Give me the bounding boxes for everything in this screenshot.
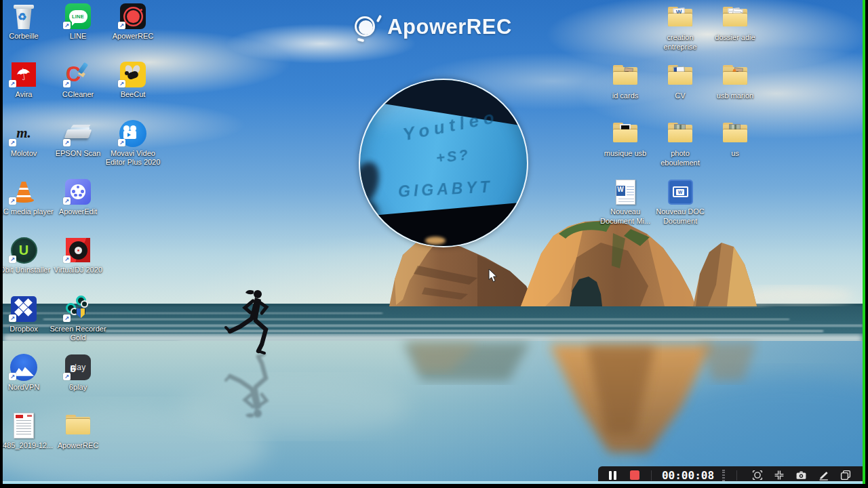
webcam-hand [425,237,446,245]
shortcut-arrow-icon: ↗ [118,139,125,146]
icon-label: Dropbox [3,325,54,334]
word-doc-icon: W [610,178,641,206]
desktop-icon-usb-marion[interactable]: usb marion [709,62,761,101]
icon-label: musique usb [595,149,655,159]
shortcut-arrow-icon: ↗ [63,256,71,263]
annotate-pen-icon[interactable] [818,470,829,481]
icon-label: VLC media player [3,207,54,217]
shortcut-arrow-icon: ↗ [9,139,16,146]
record-region-icon[interactable] [752,470,763,481]
icon-label: VirtualDJ 2020 [48,266,108,275]
webcam-overlay[interactable]: Youtleo +S? GIGABYT [359,79,528,247]
desktop-icon-virtualdj-2020[interactable]: ↗VirtualDJ 2020 [52,236,104,275]
screenshot-camera-icon[interactable] [795,470,807,481]
handwriting-line-3: GIGABYT [397,178,493,201]
desktop-icon-photo-eboulement[interactable]: photo eboulement [654,119,706,168]
icon-label: Avira [3,90,54,100]
pause-button[interactable] [609,471,616,480]
icon-label: us [705,149,765,159]
screen: ApowerREC Youtleo +S? GIGABYT ♻Corbeille… [0,0,868,488]
folder-photos-icon [610,62,641,90]
shortcut-arrow-icon: ↗ [63,139,71,146]
desktop-icon-movavi-video-editor-plus-2020[interactable]: ↗Movavi Video Editor Plus 2020 [107,119,159,168]
folder-media-icon [719,62,751,90]
desktop-icon-musique-usb[interactable]: musique usb [599,119,651,159]
icon-label: Molotov [3,149,54,159]
apowerrec-logo-icon [353,14,380,41]
document-icon [8,411,39,440]
folder-black-icon [610,119,641,148]
recording-timer: 00:00:08 [660,469,717,482]
desktop-icon-nouveau-document-mi[interactable]: WNouveau Document Mi... [599,178,651,226]
watermark-text: ApowerREC [387,15,512,39]
shortcut-arrow-icon: ↗ [63,314,71,322]
toolbar-divider [736,470,737,481]
toolbar-divider [651,470,652,481]
stop-button[interactable] [630,470,639,480]
icon-label: IObit Uninstaller [3,266,54,275]
desktop-icon-13485-2019-12[interactable]: 13485_2019-12... [3,411,50,451]
folder-icon [62,411,94,440]
icon-label: Movavi Video Editor Plus 2020 [103,149,163,168]
windows-copy-icon[interactable] [840,470,851,481]
desktop-icon-us[interactable]: us [709,119,761,159]
icon-label: ApowerREC [48,441,108,451]
desktop-icon-ccleaner[interactable]: C↗CCleaner [52,60,104,100]
desktop-icon-epson-scan[interactable]: ↗EPSON Scan [52,119,104,159]
icon-label: CCleaner [48,90,108,100]
shortcut-arrow-icon: ↗ [9,314,16,322]
icon-label: NordVPN [3,383,54,392]
icon-label: CV [650,92,710,101]
desktop-icon-apoweredit[interactable]: ↗ApowerEdit [52,178,104,217]
icon-label: id cards [595,92,655,101]
desktop-icon-beecut[interactable]: ↗BeeCut [107,60,159,100]
mouse-cursor [488,269,498,283]
shortcut-arrow-icon: ↗ [9,373,16,380]
word-dde-icon: W [665,178,696,206]
folder-docs-icon [665,62,696,90]
desktop-icon-nouveau-doc-document[interactable]: WNouveau DOC Document [654,178,706,226]
desktop-icon-avira[interactable]: ☂↗Avira [3,60,50,100]
letterbox-left [0,0,3,488]
shortcut-arrow-icon: ↗ [9,80,16,87]
recording-region-border [863,0,865,484]
desktop-icon-id-cards[interactable]: id cards [599,62,651,101]
icon-label: Nouveau DOC Document [650,207,710,226]
shortcut-arrow-icon: ↗ [63,197,71,205]
icon-label: 13485_2019-12... [3,441,54,451]
letterbox-bottom [0,484,868,488]
icon-label: photo eboulement [650,149,710,168]
icon-label: usb marion [705,92,765,101]
shortcut-arrow-icon: ↗ [63,80,71,87]
desktop-icon-screen-recorder-gold[interactable]: ↗Screen Recorder Gold [52,295,104,344]
icon-label: 6play [48,383,108,392]
desktop-icon-apowerrec[interactable]: ApowerREC [52,411,104,451]
apowerrec-watermark: ApowerREC [3,14,863,41]
desktop-icon-6play[interactable]: 6play↗6play [52,353,104,392]
desktop-icon-nordvpn[interactable]: ↗NordVPN [3,353,50,392]
shortcut-arrow-icon: ↗ [63,373,71,380]
desktop-icon-iobit-uninstaller[interactable]: U↗IObit Uninstaller [3,236,50,275]
icon-label: Nouveau Document Mi... [595,207,655,226]
letterbox-right [865,0,868,488]
shortcut-arrow-icon: ↗ [118,80,125,87]
icon-label: EPSON Scan [48,149,108,159]
icon-label: ApowerEdit [48,207,108,217]
desktop-icon-cv[interactable]: CV [654,62,706,101]
drag-handle[interactable] [722,470,725,481]
shortcut-arrow-icon: ↗ [9,197,16,205]
shortcut-arrow-icon: ↗ [9,256,16,263]
desktop-icon-molotov[interactable]: m.↗Molotov [3,119,50,159]
icon-label: BeeCut [103,90,163,100]
handwriting-line-2: +S? [435,146,471,167]
desktop[interactable]: ApowerREC Youtleo +S? GIGABYT ♻Corbeille… [3,0,863,484]
desktop-icon-vlc-media-player[interactable]: ↗VLC media player [3,178,50,217]
folder-photo-icon [665,119,696,148]
icon-label: Screen Recorder Gold [48,325,108,344]
desktop-icon-dropbox[interactable]: ↗Dropbox [3,295,50,334]
shrink-icon[interactable] [774,470,785,481]
folder-photo-icon [719,119,751,148]
